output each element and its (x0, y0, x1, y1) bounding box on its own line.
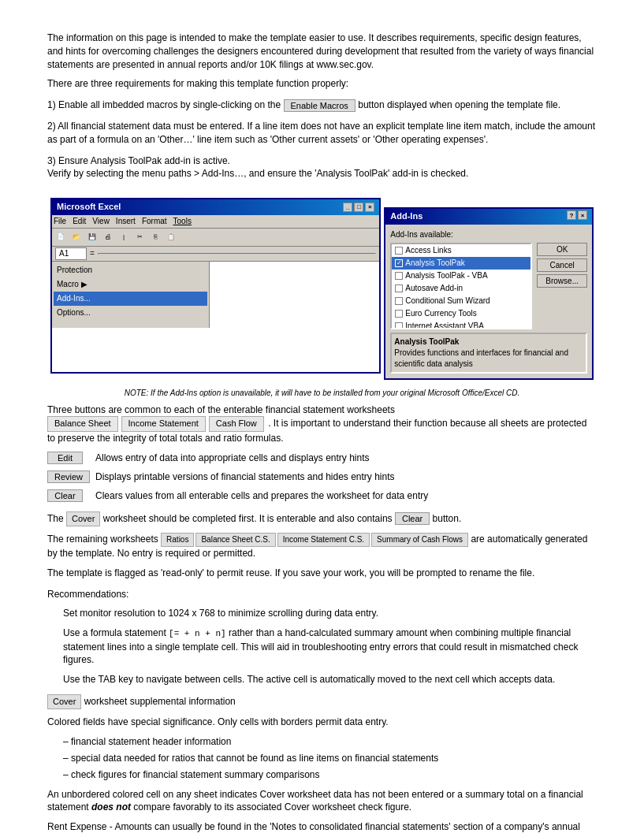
addins-dialog: Add-Ins ? × Add-Ins available: Access Li… (384, 207, 594, 379)
addin-analysis-toolpak-checkbox[interactable]: ✓ (395, 259, 403, 267)
addins-help-icon[interactable]: ? (567, 210, 576, 220)
cell-reference[interactable]: A1 (55, 247, 87, 260)
cover-tab[interactable]: Cover (66, 511, 100, 526)
toolbar-print[interactable]: 🖨 (101, 230, 115, 244)
buttons-intro-pre: Three buttons are common to each of the … (47, 404, 395, 415)
summary-cash-flows-tab[interactable]: Summary of Cash Flows (371, 533, 468, 547)
income-statement-tab[interactable]: Income Statement (121, 416, 206, 431)
ratios-tab[interactable]: Ratios (161, 533, 194, 547)
addins-browse-button[interactable]: Browse... (537, 274, 587, 288)
enable-macros-button[interactable]: Enable Macros (284, 99, 356, 112)
menu-format[interactable]: Format (142, 216, 167, 227)
excel-nav-panel: Protection Macro ▶ Add-Ins... Options... (52, 262, 210, 328)
nav-protection[interactable]: Protection (54, 263, 207, 277)
cover-tab-2[interactable]: Cover (47, 694, 81, 709)
nav-macro[interactable]: Macro ▶ (54, 277, 207, 292)
addins-titlebar: Add-Ins ? × (385, 209, 592, 224)
addins-available-label: Add-Ins available: (390, 229, 587, 240)
req3-pre: 3) Ensure Analysis ToolPak add-in is act… (47, 155, 230, 166)
maximize-icon[interactable]: □ (354, 203, 363, 212)
bullet-2: special data needed for ratios that cann… (63, 752, 597, 765)
review-button[interactable]: Review (47, 470, 90, 483)
addin-analysis-toolpak-label: Analysis ToolPak (405, 258, 464, 269)
toolbar-sep: | (117, 230, 131, 244)
toolbar-paste[interactable]: 📋 (164, 230, 178, 244)
rec-item3: Use the TAB key to navigate between cell… (63, 673, 597, 686)
excel-sheet-area (210, 262, 379, 328)
addin-euro-label: Euro Currency Tools (405, 308, 476, 319)
balance-sheet-cs-tab[interactable]: Balance Sheet C.S. (195, 533, 275, 547)
page-content: The information on this page is intended… (47, 32, 597, 833)
req1-post: button displayed when opening the templa… (358, 99, 560, 110)
edit-row: Edit Allows entry of data into appropria… (47, 452, 597, 466)
req3-section: 3) Ensure Analysis ToolPak add-in is act… (47, 154, 597, 181)
cover-supplemental-title: worksheet supplemental information (84, 696, 236, 707)
addins-cancel-button[interactable]: Cancel (537, 258, 587, 272)
recommendations-section: Recommendations: Set monitor resolution … (47, 588, 597, 686)
addin-conditional-sum-label: Conditional Sum Wizard (405, 296, 490, 307)
unbordered-text: An unbordered colored cell on any sheet … (47, 788, 597, 815)
toolbar-cut[interactable]: ✂ (132, 230, 147, 244)
addin-analysis-vba-checkbox[interactable] (395, 272, 403, 280)
addins-close-icon[interactable]: × (578, 210, 587, 220)
nav-options[interactable]: Options... (54, 306, 207, 320)
addin-internet-checkbox[interactable] (395, 322, 403, 329)
addin-autosave-checkbox[interactable] (395, 284, 403, 292)
menu-view[interactable]: View (92, 216, 110, 227)
cover-supplemental-header: Cover worksheet supplemental information (47, 694, 597, 709)
income-statement-cs-tab[interactable]: Income Statement C.S. (277, 533, 370, 547)
rec-item2: Use a formula statement [= + n + n] rath… (63, 627, 597, 667)
addin-euro-checkbox[interactable] (395, 310, 403, 318)
clear-desc: Clears values from all enterable cells a… (95, 489, 428, 503)
cover-clear-button[interactable]: Clear (395, 512, 430, 525)
excel-title: Microsoft Excel (57, 201, 121, 213)
clear-button[interactable]: Clear (47, 489, 83, 502)
formula-text: [= + n + n] (169, 629, 226, 638)
intro-paragraph2: There are three requirements for making … (47, 77, 597, 91)
toolbar-open[interactable]: 📂 (69, 230, 84, 244)
formula-content (98, 253, 376, 255)
addin-analysis-toolpak[interactable]: ✓ Analysis ToolPak (392, 257, 530, 270)
addin-access-links[interactable]: Access Links (392, 244, 530, 257)
review-row: Review Displays printable versions of fi… (47, 470, 597, 485)
menu-edit[interactable]: Edit (73, 216, 86, 227)
close-icon[interactable]: × (365, 203, 374, 212)
addins-list[interactable]: Access Links ✓ Analysis ToolPak Analysis… (390, 243, 532, 329)
cash-flow-tab[interactable]: Cash Flow (209, 416, 264, 431)
addins-body: Add-Ins available: Access Links ✓ Analys… (385, 225, 592, 378)
edit-button[interactable]: Edit (47, 452, 83, 464)
addin-conditional-sum-checkbox[interactable] (395, 297, 403, 305)
minimize-icon[interactable]: _ (343, 203, 352, 212)
toolbar-new[interactable]: 📄 (54, 230, 68, 244)
balance-sheet-tab[interactable]: Balance Sheet (47, 416, 118, 431)
addin-autosave-label: Autosave Add-in (405, 283, 463, 294)
menu-file[interactable]: File (54, 216, 66, 227)
addins-ok-button[interactable]: OK (537, 243, 587, 256)
does-not-text: does not (91, 801, 131, 813)
addins-button-group: OK Cancel Browse... (537, 243, 587, 329)
toolbar-copy[interactable]: ⎘ (148, 230, 162, 244)
addins-description-box: Analysis ToolPak Provides functions and … (390, 333, 587, 374)
clear-row: Clear Clears values from all enterable c… (47, 489, 597, 504)
readonly-text: The template is flagged as 'read-only' t… (47, 567, 597, 580)
addins-window-controls: ? × (567, 210, 587, 222)
addin-internet[interactable]: Internet Assistant VBA (392, 320, 530, 329)
addin-access-links-checkbox[interactable] (395, 247, 403, 255)
nav-addins[interactable]: Add-Ins... (54, 292, 207, 306)
toolbar-save[interactable]: 💾 (85, 230, 99, 244)
edit-button-part: Edit (47, 452, 91, 466)
cover-text-post: worksheet should be completed first. It … (103, 512, 393, 523)
addin-conditional-sum[interactable]: Conditional Sum Wizard (392, 295, 530, 307)
addin-analysis-vba[interactable]: Analysis ToolPak - VBA (392, 270, 530, 282)
req1-section: 1) Enable all imbedded macros by single-… (47, 99, 597, 112)
menu-tools[interactable]: Tools (173, 216, 192, 227)
addin-internet-label: Internet Assistant VBA (405, 321, 484, 329)
menu-insert[interactable]: Insert (116, 216, 136, 227)
addin-access-links-label: Access Links (405, 245, 451, 256)
req1-pre: 1) Enable all imbedded macros by single-… (47, 99, 281, 110)
excel-toolbar: 📄 📂 💾 🖨 | ✂ ⎘ 📋 (52, 229, 379, 247)
addin-autosave[interactable]: Autosave Add-in (392, 282, 530, 295)
excel-body: Protection Macro ▶ Add-Ins... Options... (52, 262, 379, 328)
bullet-3: check figures for financial statement su… (63, 768, 597, 782)
addin-euro[interactable]: Euro Currency Tools (392, 307, 530, 320)
